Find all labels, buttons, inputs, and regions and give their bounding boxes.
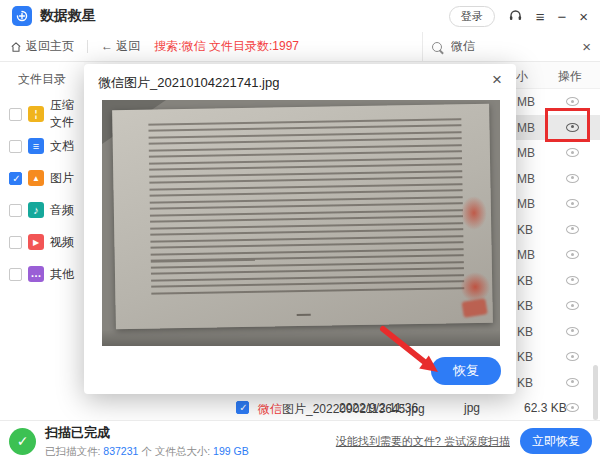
document-text-lines xyxy=(148,118,464,298)
preview-image xyxy=(102,100,500,346)
document-paper xyxy=(112,104,493,330)
toolbar-divider xyxy=(87,40,88,53)
search-keyword-highlight: 微信 xyxy=(258,402,282,416)
search-clear-icon[interactable]: × xyxy=(582,38,591,55)
size-cell: MB xyxy=(517,95,535,109)
search-box[interactable]: × xyxy=(422,32,600,61)
preview-eye-icon[interactable] xyxy=(566,327,579,336)
preview-eye-icon[interactable] xyxy=(566,352,579,361)
size-cell: MB xyxy=(517,197,535,211)
preview-eye-icon[interactable] xyxy=(566,378,579,387)
back-button[interactable]: ← 返回 xyxy=(101,38,140,55)
back-label: ← 返回 xyxy=(101,38,140,55)
preview-eye-icon[interactable] xyxy=(566,174,579,183)
image-icon xyxy=(28,170,44,186)
red-stamp xyxy=(460,272,491,303)
preview-modal: 微信图片_20210104221741.jpg × 恢复 xyxy=(84,64,516,394)
document-page-number xyxy=(297,314,311,316)
preview-eye-icon[interactable] xyxy=(566,403,579,412)
close-window-icon[interactable]: × xyxy=(579,9,588,24)
video-icon xyxy=(28,234,44,250)
zip-icon xyxy=(28,106,44,122)
preview-eye-icon[interactable] xyxy=(566,123,579,132)
scan-status-detail: 已扫描文件: 837231 个 文件总大小: 199 GB xyxy=(45,444,249,458)
other-label: 其他 xyxy=(50,266,74,283)
size-cell: MB xyxy=(517,146,535,160)
back-home-button[interactable]: 返回主页 xyxy=(10,38,74,55)
archives-label: 压缩文件 xyxy=(50,97,84,131)
search-input[interactable] xyxy=(449,39,575,55)
preview-eye-icon[interactable] xyxy=(566,301,579,310)
documents-label: 文档 xyxy=(50,138,74,155)
total-size-value: 199 GB xyxy=(213,445,249,457)
size-cell: KB xyxy=(517,299,533,313)
audio-checkbox[interactable] xyxy=(9,204,22,217)
size-cell: KB xyxy=(517,350,533,364)
preview-eye-icon[interactable] xyxy=(566,97,579,106)
audio-label: 音频 xyxy=(50,202,74,219)
sidebar: 文件目录 压缩文件 文档 图片 音频 视频 其他 xyxy=(0,62,84,420)
recover-button[interactable]: 恢复 xyxy=(431,357,501,385)
images-checkbox[interactable] xyxy=(9,172,22,185)
app-logo-icon xyxy=(12,6,32,26)
preview-eye-icon[interactable] xyxy=(566,199,579,208)
audio-icon xyxy=(28,202,44,218)
preview-eye-icon[interactable] xyxy=(566,148,579,157)
documents-checkbox[interactable] xyxy=(9,140,22,153)
red-stamp xyxy=(462,298,488,318)
preview-eye-icon[interactable] xyxy=(566,250,579,259)
size-cell: KB xyxy=(517,325,533,339)
files-count: 837231 xyxy=(103,445,138,457)
size-cell: KB xyxy=(517,223,533,237)
modal-title: 微信图片_20210104221741.jpg xyxy=(98,74,279,92)
search-icon xyxy=(432,42,442,52)
preview-eye-icon[interactable] xyxy=(566,276,579,285)
size-cell: MB xyxy=(517,248,535,262)
size-cell: KB xyxy=(517,376,533,390)
video-checkbox[interactable] xyxy=(9,236,22,249)
sidebar-item-documents[interactable]: 文档 xyxy=(0,130,84,162)
scan-status-title: 扫描已完成 xyxy=(45,424,249,442)
size-cell: MB xyxy=(517,121,535,135)
size-cell: MB xyxy=(517,172,535,186)
toolbar: 返回主页 ← 返回 搜索:微信 文件目录数:1997 × xyxy=(0,32,600,62)
sidebar-title: 文件目录 xyxy=(0,62,84,98)
minimize-icon[interactable]: − xyxy=(557,9,566,24)
sidebar-item-other[interactable]: 其他 xyxy=(0,258,84,290)
file-size-cell: 62.3 KB xyxy=(524,401,567,415)
search-summary: 搜索:微信 文件目录数:1997 xyxy=(154,38,299,55)
archives-checkbox[interactable] xyxy=(9,108,22,121)
red-stamp xyxy=(461,196,488,230)
login-button[interactable]: 登录 xyxy=(449,6,495,27)
menu-icon[interactable]: ≡ xyxy=(536,9,545,24)
total-size-label: 文件总大小: xyxy=(155,445,210,457)
headset-icon[interactable] xyxy=(508,8,523,25)
table-row-visible-file[interactable]: 微信图片_20220902113645.jpg 2022/9/2 11:36 j… xyxy=(84,395,600,421)
operation-column-header: 操作 xyxy=(558,68,582,85)
recover-now-button[interactable]: 立即恢复 xyxy=(520,428,592,454)
files-label: 已扫描文件: xyxy=(45,445,100,457)
app-title: 数据救星 xyxy=(40,7,96,25)
preview-eye-icon[interactable] xyxy=(566,225,579,234)
size-cell: KB xyxy=(517,274,533,288)
other-checkbox[interactable] xyxy=(9,268,22,281)
sidebar-item-audio[interactable]: 音频 xyxy=(0,194,84,226)
other-icon xyxy=(28,266,44,282)
sidebar-item-images[interactable]: 图片 xyxy=(0,162,84,194)
status-bar: ✓ 扫描已完成 已扫描文件: 837231 个 文件总大小: 199 GB 没能… xyxy=(0,420,600,461)
file-date-cell: 2022/9/2 11:36 xyxy=(339,401,418,415)
titlebar: 数据救星 登录 ≡ − × xyxy=(0,0,600,32)
home-icon xyxy=(10,41,22,53)
files-unit: 个 xyxy=(141,445,152,457)
file-checkbox[interactable] xyxy=(236,401,249,414)
file-type-cell: jpg xyxy=(464,401,480,415)
video-label: 视频 xyxy=(50,234,74,251)
sidebar-item-video[interactable]: 视频 xyxy=(0,226,84,258)
vertical-scrollbar[interactable] xyxy=(593,365,598,420)
deep-scan-link[interactable]: 没能找到需要的文件? 尝试深度扫描 xyxy=(336,434,510,449)
images-label: 图片 xyxy=(50,170,74,187)
back-home-label: 返回主页 xyxy=(26,38,74,55)
sidebar-item-archives[interactable]: 压缩文件 xyxy=(0,98,84,130)
doc-icon xyxy=(28,138,44,154)
modal-close-icon[interactable]: × xyxy=(492,70,502,90)
